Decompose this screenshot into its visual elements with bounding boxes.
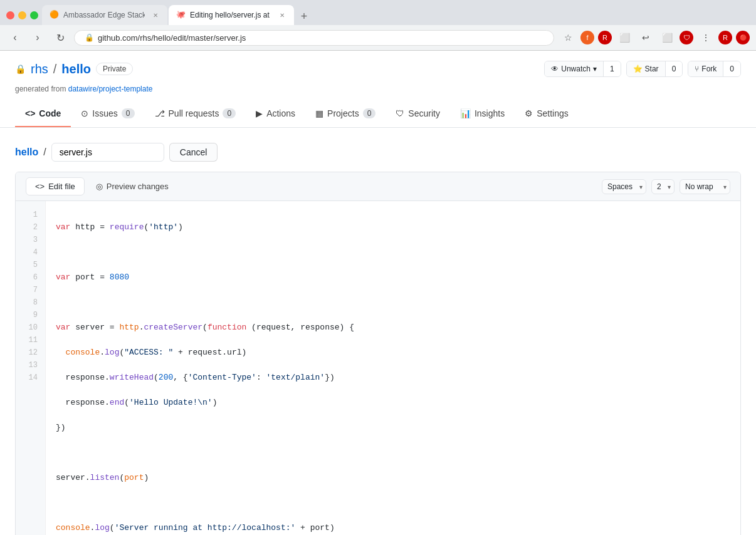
tab-code-label: Code xyxy=(39,108,61,118)
cancel-button[interactable]: Cancel xyxy=(169,143,218,162)
breadcrumb-dir-link[interactable]: hello xyxy=(15,147,38,158)
fork-icon: ⑂ xyxy=(695,65,699,73)
projects-icon: ▦ xyxy=(315,108,323,118)
code-editor[interactable]: 1 2 3 4 5 6 7 8 9 10 11 12 13 14 xyxy=(16,201,740,535)
repo-owner-link[interactable]: rhs xyxy=(31,62,48,76)
tab-1-close[interactable]: ✕ xyxy=(151,10,160,20)
repo-title: 🔒 rhs / hello Private xyxy=(15,62,133,76)
window-controls xyxy=(6,11,38,19)
bookmark-icon[interactable]: ☆ xyxy=(559,29,577,46)
browser-titlebar: 🟠 Ambassador Edge Stack E ✕ 🐙 Editing he… xyxy=(0,0,756,25)
browser-tab-2[interactable]: 🐙 Editing hello/server.js at m ✕ xyxy=(169,5,294,25)
edit-icon: <> xyxy=(35,182,45,191)
pr-icon: ⎇ xyxy=(155,108,165,118)
code-line-13: console.log('Server running at http://lo… xyxy=(56,522,730,534)
tab-1-title: Ambassador Edge Stack E xyxy=(63,11,145,19)
star-button[interactable]: ⭐ Star xyxy=(627,61,665,76)
wrap-select-wrapper: No wrap Soft wrap xyxy=(680,179,730,194)
edit-file-tab[interactable]: <> Edit file xyxy=(26,177,85,195)
line-num-10: 10 xyxy=(21,321,40,334)
settings-icon: ⚙ xyxy=(525,108,533,118)
fork-count: 0 xyxy=(723,61,740,76)
tab-insights[interactable]: 📊 Insights xyxy=(450,101,515,127)
tab-projects[interactable]: ▦ Projects 0 xyxy=(305,101,386,127)
extension-1-icon[interactable]: f xyxy=(580,31,594,44)
editor-panel: <> Edit file ◎ Preview changes Spaces xyxy=(15,172,741,535)
eye-icon: 👁 xyxy=(551,65,559,73)
extension-2-icon[interactable]: R xyxy=(598,31,612,44)
private-badge: Private xyxy=(96,63,133,75)
reload-button[interactable]: ↻ xyxy=(51,29,69,46)
window-minimize-button[interactable] xyxy=(18,11,26,19)
tab-2-title: Editing hello/server.js at m xyxy=(190,11,271,19)
repo-header: 🔒 rhs / hello Private 👁 Unwatch ▾ 1 xyxy=(15,61,741,77)
editor-toolbar: <> Edit file ◎ Preview changes Spaces xyxy=(16,172,740,201)
fork-button[interactable]: ⑂ Fork xyxy=(688,61,723,76)
tab-issues-label: Issues xyxy=(92,108,117,118)
line-num-14: 14 xyxy=(21,371,40,384)
tab-actions[interactable]: ▶ Actions xyxy=(246,101,305,127)
code-line-5: var server = http.createServer(function … xyxy=(56,321,730,334)
extensions-icon[interactable]: 🔴 xyxy=(736,31,750,44)
tab-code[interactable]: <> Code xyxy=(15,101,71,127)
code-line-10 xyxy=(56,447,730,459)
title-separator: / xyxy=(53,62,57,76)
file-name-input[interactable] xyxy=(51,143,164,162)
editor-controls: Spaces Tabs 2 4 No wrap xyxy=(602,179,730,194)
extension-6-icon[interactable]: 🛡 xyxy=(680,31,693,44)
fork-group: ⑂ Fork 0 xyxy=(688,61,741,77)
window-close-button[interactable] xyxy=(6,11,14,19)
tab-actions-label: Actions xyxy=(266,108,295,118)
browser-toolbar: ‹ › ↻ 🔒 github.com/rhs/hello/edit/master… xyxy=(0,25,756,51)
line-num-3: 3 xyxy=(21,234,40,246)
code-line-12 xyxy=(56,497,730,509)
line-num-11: 11 xyxy=(21,334,40,346)
browser-tab-1[interactable]: 🟠 Ambassador Edge Stack E ✕ xyxy=(42,5,167,25)
unwatch-button[interactable]: 👁 Unwatch ▾ xyxy=(545,61,603,76)
tab-insights-label: Insights xyxy=(475,108,505,118)
tab-pullrequests[interactable]: ⎇ Pull requests 0 xyxy=(145,101,246,127)
menu-icon[interactable]: ⋮ xyxy=(697,29,715,46)
address-bar[interactable]: 🔒 github.com/rhs/hello/edit/master/serve… xyxy=(74,30,554,46)
line-num-1: 1 xyxy=(21,209,40,221)
indent-select[interactable]: 2 4 xyxy=(651,179,675,194)
wrap-select[interactable]: No wrap Soft wrap xyxy=(680,179,730,194)
line-num-7: 7 xyxy=(21,284,40,296)
generated-from: generated from datawire/project-template xyxy=(15,85,741,93)
code-line-11: server.listen(port) xyxy=(56,472,730,484)
window-maximize-button[interactable] xyxy=(30,11,38,19)
tab-settings[interactable]: ⚙ Settings xyxy=(515,101,579,127)
code-line-7: response.writeHead(200, {'Content-Type':… xyxy=(56,371,730,384)
new-tab-button[interactable]: + xyxy=(295,8,313,25)
indent-select-wrapper: 2 4 xyxy=(651,179,675,194)
spaces-select[interactable]: Spaces Tabs xyxy=(602,179,646,194)
line-num-13: 13 xyxy=(21,359,40,371)
path-separator: / xyxy=(43,147,46,158)
tab-2-favicon: 🐙 xyxy=(176,10,186,20)
extension-4-icon[interactable]: ↩ xyxy=(637,29,654,46)
star-count: 0 xyxy=(665,61,683,76)
repo-actions: 👁 Unwatch ▾ 1 ⭐ Star 0 xyxy=(544,61,741,77)
tab-pr-label: Pull requests xyxy=(169,108,219,118)
star-group: ⭐ Star 0 xyxy=(626,61,683,77)
repo-name-link[interactable]: hello xyxy=(61,62,91,76)
generated-from-prefix: generated from xyxy=(15,85,66,93)
back-button[interactable]: ‹ xyxy=(6,29,24,46)
user-avatar[interactable]: R xyxy=(718,31,732,44)
address-text: github.com/rhs/hello/edit/master/server.… xyxy=(98,33,246,43)
extension-5-icon[interactable]: ⬜ xyxy=(658,29,676,46)
line-num-8: 8 xyxy=(21,296,40,309)
tab-issues[interactable]: ⊙ Issues 0 xyxy=(71,101,144,127)
extension-3-icon[interactable]: ⬜ xyxy=(616,29,633,46)
tab-2-close[interactable]: ✕ xyxy=(277,10,286,20)
template-link[interactable]: datawire/project-template xyxy=(68,85,153,93)
tab-projects-label: Projects xyxy=(327,108,359,118)
forward-button[interactable]: › xyxy=(29,29,46,46)
projects-badge: 0 xyxy=(363,108,376,118)
edit-file-label: Edit file xyxy=(48,182,75,191)
unwatch-label: Unwatch xyxy=(561,65,591,73)
tab-security[interactable]: 🛡 Security xyxy=(386,101,450,127)
code-content[interactable]: var http = require('http') var port = 80… xyxy=(46,201,740,535)
fork-label: Fork xyxy=(701,65,717,73)
preview-changes-tab[interactable]: ◎ Preview changes xyxy=(87,177,177,195)
